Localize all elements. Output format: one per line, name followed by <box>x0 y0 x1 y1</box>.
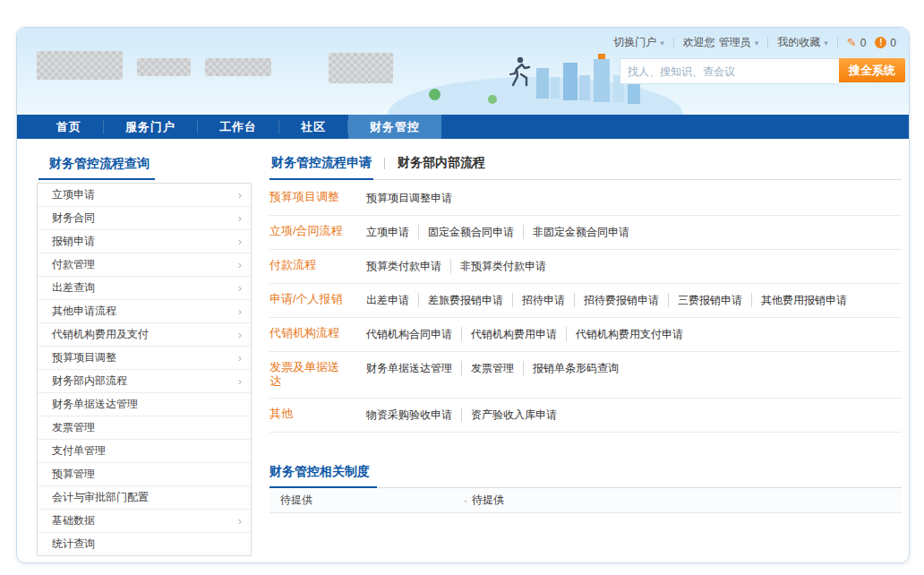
sidebar-item[interactable]: 报销申请 › <box>38 230 251 253</box>
process-link[interactable]: 非预算类付款申请 <box>450 259 555 273</box>
sidebar-item[interactable]: 出差查询 › <box>38 277 251 300</box>
nav-item-label: 服务门户 <box>125 119 175 135</box>
policy-section: 财务管控相关制度 待提供 · 待提供 <box>270 463 902 513</box>
separator <box>673 38 674 48</box>
tab-internal-process[interactable]: 财务部内部流程 <box>396 155 487 171</box>
alert-counter[interactable]: ! 0 <box>875 37 896 49</box>
process-category-row: 预算项目调整 预算项目调整申请 <box>270 182 902 216</box>
nav-item[interactable]: 工作台 <box>198 115 278 139</box>
process-link[interactable]: 代销机构费用支付申请 <box>566 327 692 341</box>
category-links: 财务单据送达管理发票管理报销单条形码查询 <box>366 360 902 376</box>
sidebar-item-label: 基础数据 <box>52 513 95 528</box>
search-button[interactable]: 搜全系统 <box>839 58 905 82</box>
separator <box>384 158 385 169</box>
process-link[interactable]: 代销机构合同申请 <box>366 327 461 341</box>
process-link[interactable]: 非固定金额合同申请 <box>523 225 638 239</box>
process-category-row: 付款流程 预算类付款申请非预算类付款申请 <box>270 250 902 284</box>
sidebar-item[interactable]: 发票管理 <box>38 416 251 440</box>
sidebar-title: 财务管控流程查询 <box>38 156 155 180</box>
process-link[interactable]: 招待费报销申请 <box>574 293 668 307</box>
policy-row: 待提供 · 待提供 <box>270 488 902 513</box>
caret-down-icon: ▾ <box>824 39 828 47</box>
tree-icon <box>488 95 497 104</box>
process-link[interactable]: 报销单条形码查询 <box>523 361 628 375</box>
main-panel: 财务管控流程申请 财务部内部流程 预算项目调整 预算项目调整申请 立项/合同流程… <box>270 155 902 513</box>
process-link[interactable]: 代销机构费用申请 <box>461 327 566 341</box>
separator <box>837 38 838 48</box>
process-link[interactable]: 其他费用报销申请 <box>751 293 856 307</box>
redacted-text-1 <box>137 58 191 76</box>
policy-item-link[interactable]: · 待提供 <box>464 493 504 508</box>
content-area: 财务管控流程查询 立项申请 › 财务合同 › 报销申请 › 付款管理 › 出差查… <box>17 139 909 556</box>
process-link[interactable]: 资产验收入库申请 <box>461 408 566 422</box>
sidebar-item[interactable]: 会计与审批部门配置 <box>38 486 251 510</box>
process-tabs: 财务管控流程申请 财务部内部流程 <box>270 155 902 180</box>
chevron-right-icon: › <box>238 305 242 317</box>
building-shape <box>551 77 560 99</box>
nav-item[interactable]: 社区 <box>279 115 347 139</box>
process-link[interactable]: 预算类付款申请 <box>366 259 450 273</box>
draft-counter[interactable]: ✎ 0 <box>847 37 867 49</box>
policy-rows: 待提供 · 待提供 <box>270 488 902 513</box>
process-link[interactable]: 发票管理 <box>461 361 523 375</box>
sidebar-item[interactable]: 立项申请 › <box>38 184 251 207</box>
sidebar: 财务管控流程查询 立项申请 › 财务合同 › 报销申请 › 付款管理 › 出差查… <box>37 155 252 556</box>
process-link[interactable]: 预算项目调整申请 <box>366 191 461 205</box>
process-link[interactable]: 三费报销申请 <box>668 293 751 307</box>
nav-item-label: 首页 <box>56 119 81 135</box>
process-link[interactable]: 固定金额合同申请 <box>418 225 523 239</box>
chevron-right-icon: › <box>238 515 242 527</box>
sidebar-item-label: 其他申请流程 <box>52 304 116 319</box>
sidebar-item[interactable]: 支付单管理 <box>38 440 251 463</box>
separator <box>767 38 768 48</box>
policy-section-title: 财务管控相关制度 <box>270 464 377 487</box>
sidebar-item[interactable]: 财务部内部流程 › <box>38 370 251 393</box>
sidebar-item-label: 出差查询 <box>52 280 95 296</box>
sidebar-item[interactable]: 代销机构费用及支付 › <box>38 323 251 347</box>
category-links: 预算项目调整申请 <box>366 190 902 206</box>
process-link[interactable]: 出差申请 <box>366 293 418 307</box>
sidebar-item[interactable]: 财务合同 › <box>38 207 251 230</box>
category-label: 代销机构流程 <box>270 326 348 340</box>
alert-icon: ! <box>875 37 886 48</box>
category-list: 预算项目调整 预算项目调整申请 立项/合同流程 立项申请固定金额合同申请非固定金… <box>270 182 902 433</box>
sidebar-item-label: 付款管理 <box>52 257 95 272</box>
sidebar-item[interactable]: 付款管理 › <box>38 253 251 277</box>
category-label: 发票及单据送达 <box>270 360 348 389</box>
banner: 切换门户 ▾ 欢迎您 管理员 ▾ 我的收藏 ▾ ✎ 0 ! 0 <box>17 28 909 115</box>
sidebar-item-label: 立项申请 <box>52 187 95 202</box>
pencil-icon: ✎ <box>847 37 857 48</box>
nav-item[interactable]: 财务管控 <box>348 115 441 139</box>
nav-item[interactable]: 服务门户 <box>104 115 197 139</box>
user-menu[interactable]: 欢迎您 管理员 ▾ <box>683 35 759 50</box>
sidebar-item[interactable]: 统计查询 <box>38 533 251 555</box>
utility-bar: 切换门户 ▾ 欢迎您 管理员 ▾ 我的收藏 ▾ ✎ 0 ! 0 <box>613 35 896 50</box>
policy-item-label: 待提供 <box>472 493 504 508</box>
favorites-label: 我的收藏 <box>777 35 820 50</box>
sidebar-item-label: 预算项目调整 <box>52 350 116 365</box>
sidebar-item[interactable]: 预算管理 <box>38 463 251 486</box>
process-category-row: 发票及单据送达 财务单据送达管理发票管理报销单条形码查询 <box>270 352 902 399</box>
switch-portal-menu[interactable]: 切换门户 ▾ <box>613 35 664 50</box>
sidebar-item-label: 财务单据送达管理 <box>52 397 138 412</box>
nav-item[interactable]: 首页 <box>35 115 103 139</box>
tab-process-apply[interactable]: 财务管控流程申请 <box>270 155 373 171</box>
process-link[interactable]: 差旅费报销申请 <box>418 293 512 307</box>
favorites-menu[interactable]: 我的收藏 ▾ <box>777 35 828 50</box>
sidebar-item[interactable]: 其他申请流程 › <box>38 300 251 323</box>
process-link[interactable]: 招待申请 <box>512 293 574 307</box>
global-search: 搜全系统 <box>620 58 905 84</box>
process-category-row: 立项/合同流程 立项申请固定金额合同申请非固定金额合同申请 <box>270 216 902 250</box>
process-link[interactable]: 物资采购验收申请 <box>366 408 461 422</box>
process-link[interactable]: 立项申请 <box>366 225 418 239</box>
tree-icon <box>429 89 441 100</box>
sidebar-item-label: 代销机构费用及支付 <box>52 327 149 342</box>
search-input[interactable] <box>620 58 839 84</box>
category-links: 预算类付款申请非预算类付款申请 <box>366 258 902 274</box>
sidebar-item[interactable]: 预算项目调整 › <box>38 347 251 370</box>
sidebar-item-label: 发票管理 <box>52 420 95 435</box>
chevron-right-icon: › <box>238 375 242 387</box>
process-link[interactable]: 财务单据送达管理 <box>366 361 461 375</box>
sidebar-item[interactable]: 财务单据送达管理 <box>38 393 251 416</box>
sidebar-item[interactable]: 基础数据 › <box>38 510 251 533</box>
